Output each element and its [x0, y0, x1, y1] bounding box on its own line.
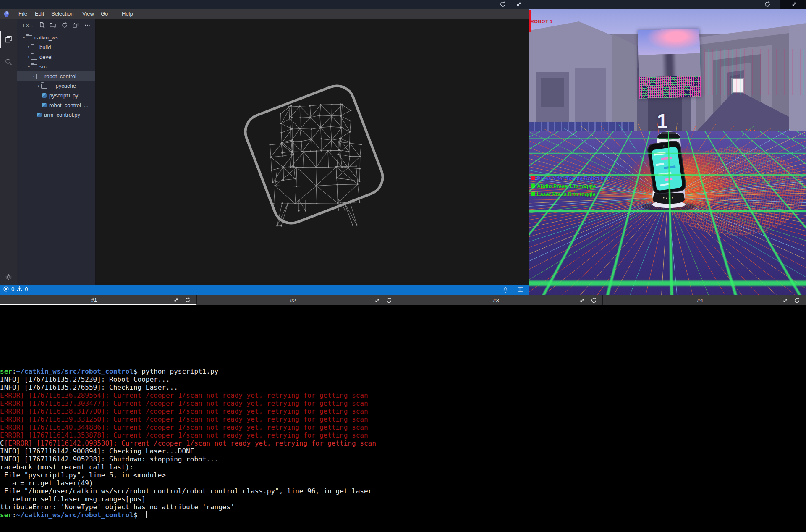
activity-bar [0, 19, 17, 285]
app-logo-icon[interactable] [3, 10, 10, 18]
menu-help[interactable]: Help [122, 10, 133, 17]
sim-hint: Press Y for Toggle Robot Info [531, 174, 610, 182]
tree-item-pyscript1-py[interactable]: pyscript1.py [17, 91, 95, 100]
panel-tab-4[interactable]: #4 [603, 295, 806, 305]
panel-tab-1[interactable]: #1 [0, 295, 197, 305]
tree-item-label: pyscript1.py [49, 91, 78, 100]
panel-tab-label: #3 [398, 297, 579, 304]
gear-settings-icon[interactable] [5, 273, 13, 281]
chevron-right-icon[interactable]: › [36, 81, 41, 91]
tree-item-build[interactable]: ›build [17, 42, 95, 52]
panel-tab-3[interactable]: #3 [398, 295, 603, 305]
reload-icon[interactable] [500, 1, 506, 8]
terminal-cursor [142, 511, 147, 518]
terminal-line: raceback (most recent call last): [0, 463, 806, 471]
panel-tab-label: #2 [197, 297, 374, 304]
hint-text: Laser Press R to toggle [537, 191, 596, 197]
menu-view[interactable]: View [82, 10, 94, 17]
terminal[interactable]: ser:~/catkin_ws/src/robot_control$ pytho… [0, 305, 806, 532]
python-file-icon [42, 93, 47, 98]
terminal-line: ERROR] [1767116140.344886]: Current /coo… [0, 423, 806, 431]
explorer-files-icon[interactable] [5, 35, 13, 43]
tree-item-label: __pycache__ [50, 81, 82, 91]
terminal-line: File "/home/user/catkin_ws/src/robot_con… [0, 487, 806, 495]
editor-area [96, 19, 529, 285]
error-count[interactable]: 0 [11, 286, 14, 292]
expand-icon[interactable] [516, 1, 522, 8]
sim-hint: Audio Press T to toggle [531, 182, 610, 190]
menu-go[interactable]: Go [101, 10, 108, 17]
terminal-line: INFO] [1767116142.900894]: Checking Lase… [0, 447, 806, 455]
refresh-icon[interactable] [61, 22, 68, 29]
new-folder-icon[interactable] [50, 22, 56, 29]
errors-icon[interactable] [3, 286, 9, 292]
expand-icon[interactable] [579, 297, 585, 304]
reload-icon[interactable] [794, 297, 800, 304]
reload-icon[interactable] [185, 297, 191, 303]
tree-item-label: catkin_ws [34, 33, 58, 42]
explorer-header: EX... [17, 19, 95, 32]
hint-text: Audio Press T to toggle [537, 183, 596, 189]
more-actions-icon[interactable] [84, 22, 91, 29]
expand-icon[interactable] [791, 1, 798, 8]
simulation-panel[interactable]: 1 ROBOT 1 Press Y for Toggle Robot InfoA… [529, 9, 806, 295]
bell-notifications-icon[interactable] [502, 286, 509, 293]
vscode-window: File Edit Selection View Go Help [0, 9, 529, 295]
terminal-line: return self.laser_msg.ranges[pos] [0, 495, 806, 503]
tree-item-label: robot_control_... [49, 100, 89, 110]
collapse-editors-icon[interactable] [72, 22, 79, 29]
terminal-line: ERROR] [1767116136.289564]: Current /coo… [0, 391, 806, 399]
tree-item-catkin-ws[interactable]: ›catkin_ws [17, 33, 95, 42]
expand-icon[interactable] [173, 297, 179, 303]
chevron-right-icon[interactable]: › [26, 42, 31, 52]
camera-scan-points [639, 76, 701, 99]
sim-hints: Press Y for Toggle Robot InfoAudio Press… [531, 174, 610, 198]
editor-layout-icon[interactable] [517, 286, 524, 293]
folder-icon [31, 45, 37, 50]
reload-icon[interactable] [386, 297, 392, 304]
robot[interactable] [640, 126, 697, 212]
warning-count[interactable]: 0 [25, 286, 28, 292]
chevron-right-icon[interactable]: › [26, 52, 31, 62]
menu-selection[interactable]: Selection [51, 10, 73, 17]
new-file-icon[interactable] [39, 22, 45, 29]
active-view-indicator [0, 31, 1, 48]
expand-icon[interactable] [782, 297, 788, 304]
tree-item-robot-control-[interactable]: robot_control_... [17, 100, 95, 110]
menu-file[interactable]: File [18, 10, 27, 17]
status-bar: 0 0 [0, 285, 529, 295]
explorer-sidebar: EX... [17, 19, 96, 285]
top-panel-strip [0, 0, 806, 9]
tree-item-robot-control[interactable]: ›robot_control [17, 71, 95, 81]
tree-item--pycache-[interactable]: ›__pycache__ [17, 81, 95, 91]
expand-icon[interactable] [374, 297, 380, 304]
terminal-line: File "pyscript1.py", line 5, in <module> [0, 471, 806, 479]
tree-item-src[interactable]: ›src [17, 62, 95, 71]
folder-icon [26, 35, 32, 40]
folder-icon [31, 64, 37, 69]
tree-item-devel[interactable]: ›devel [17, 52, 95, 62]
menu-edit[interactable]: Edit [35, 10, 44, 17]
camera-feed-overlay [638, 29, 701, 99]
tree-item-label: robot_control [44, 71, 76, 81]
folder-icon [36, 74, 42, 79]
terminal-line: ttributeError: 'NoneType' object has no … [0, 503, 806, 511]
reload-icon[interactable] [591, 297, 597, 304]
robot-number-label: 1 [657, 110, 682, 132]
search-icon[interactable] [5, 58, 13, 66]
tree-item-arm-control-py[interactable]: arm_control.py [17, 110, 95, 120]
terminal-line: ERROR] [1767116141.353878]: Current /coo… [0, 431, 806, 439]
reload-icon[interactable] [764, 1, 771, 8]
panel-tab-2[interactable]: #2 [197, 295, 398, 305]
hint-marker-icon [531, 176, 535, 180]
hint-marker-icon [531, 184, 535, 188]
explorer-title: EX... [23, 23, 34, 28]
warnings-icon[interactable] [16, 286, 23, 292]
tree-item-label: src [39, 62, 47, 71]
tree-item-label: build [39, 42, 51, 52]
desktop: File Edit Selection View Go Help [0, 0, 806, 532]
terminal-line: INFO] [1767116142.905238]: Shutdown: sto… [0, 455, 806, 463]
terminal-line: ERROR] [1767116138.317700]: Current /coo… [0, 407, 806, 415]
terminal-line: a = rc.get_laser(49) [0, 479, 806, 487]
terminal-line: ERROR] [1767116139.331250]: Current /coo… [0, 415, 806, 423]
